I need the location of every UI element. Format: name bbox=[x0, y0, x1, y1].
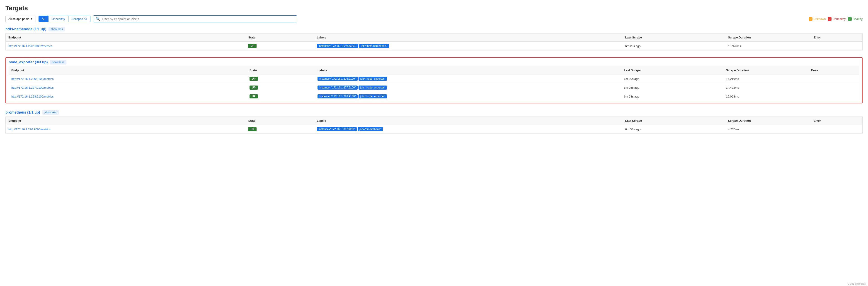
col-header-error: Error bbox=[808, 66, 859, 74]
status-filters: ✓ Unknown ✓ Unhealthy ✓ Healthy bbox=[809, 17, 863, 21]
scrape-duration: 4.720ms bbox=[725, 125, 811, 134]
show-less-button-hdfs-namenode[interactable]: show less bbox=[49, 27, 65, 31]
filter-buttons: All Unhealthy Collapse All bbox=[38, 15, 90, 22]
state-badge: UP bbox=[250, 94, 258, 99]
col-header-labels: Labels bbox=[314, 34, 623, 42]
state-badge: UP bbox=[248, 44, 256, 48]
scrape-duration: 17.219ms bbox=[723, 74, 808, 83]
col-header-endpoint: Endpoint bbox=[6, 117, 245, 125]
label-chip: instance="172.16.1.228:9100" bbox=[317, 94, 358, 99]
state-badge: UP bbox=[248, 127, 256, 131]
scrape-pools-dropdown[interactable]: All scrape pools ▼ bbox=[5, 15, 36, 22]
scrape-duration: 14.492ms bbox=[723, 83, 808, 92]
unhealthy-checkbox[interactable]: ✓ bbox=[828, 17, 832, 21]
col-header-last-scrape: Last Scrape bbox=[623, 117, 725, 125]
show-less-button-node-exporter[interactable]: show less bbox=[50, 60, 66, 65]
unknown-label: Unknown bbox=[813, 17, 826, 21]
error-cell bbox=[811, 42, 862, 50]
scrape-duration: 16.926ms bbox=[725, 42, 811, 50]
col-header-endpoint: Endpoint bbox=[9, 66, 247, 74]
last-scrape: 6m 20s ago bbox=[621, 74, 723, 83]
col-header-state: State bbox=[247, 66, 315, 74]
filter-unknown-chip[interactable]: ✓ Unknown bbox=[809, 17, 826, 21]
section-header-hdfs-namenode: hdfs-namenode (1/1 up)show less bbox=[5, 27, 863, 31]
error-cell bbox=[811, 125, 862, 134]
error-cell bbox=[808, 83, 859, 92]
unhealthy-label: Unhealthy bbox=[832, 17, 846, 21]
filter-all-button[interactable]: All bbox=[39, 16, 49, 22]
last-scrape: 6m 23s ago bbox=[621, 92, 723, 101]
endpoint-link[interactable]: http://172.16.1.226:30002/metrics bbox=[8, 44, 52, 48]
table-prometheus: EndpointStateLabelsLast ScrapeScrape Dur… bbox=[6, 117, 862, 134]
col-header-labels: Labels bbox=[314, 117, 623, 125]
table-row: http://172.16.1.226:30002/metricsUPinsta… bbox=[6, 42, 862, 50]
last-scrape: 6m 33s ago bbox=[623, 125, 725, 134]
label-chip: job="node_exporter" bbox=[359, 94, 387, 99]
endpoint-link[interactable]: http://172.16.1.226:9090/metrics bbox=[8, 128, 51, 131]
section-hdfs-namenode: hdfs-namenode (1/1 up)show lessEndpointS… bbox=[5, 27, 863, 50]
endpoint-link[interactable]: http://172.16.1.226:9100/metrics bbox=[11, 77, 54, 80]
state-badge: UP bbox=[250, 85, 258, 90]
error-cell bbox=[808, 92, 859, 101]
healthy-checkbox[interactable]: ✓ bbox=[848, 17, 852, 21]
search-icon: 🔍 bbox=[96, 17, 100, 21]
label-chip: job="node_exporter" bbox=[359, 85, 387, 90]
toolbar: All scrape pools ▼ All Unhealthy Collaps… bbox=[5, 15, 863, 23]
healthy-label: Healthy bbox=[852, 17, 863, 21]
col-header-labels: Labels bbox=[315, 66, 621, 74]
endpoint-link[interactable]: http://172.16.1.227:9100/metrics bbox=[11, 86, 54, 90]
state-badge: UP bbox=[250, 77, 258, 81]
caret-icon: ▼ bbox=[31, 17, 33, 20]
col-header-scrape-duration: Scrape Duration bbox=[725, 117, 811, 125]
table-row: http://172.16.1.226:9100/metricsUPinstan… bbox=[9, 74, 859, 83]
label-chip: job="hdfs-namenode" bbox=[359, 44, 389, 48]
error-cell bbox=[808, 74, 859, 83]
col-header-error: Error bbox=[811, 117, 862, 125]
filter-healthy-chip[interactable]: ✓ Healthy bbox=[848, 17, 863, 21]
col-header-error: Error bbox=[811, 34, 862, 42]
filter-unhealthy-chip[interactable]: ✓ Unhealthy bbox=[828, 17, 846, 21]
col-header-last-scrape: Last Scrape bbox=[621, 66, 723, 74]
section-title-prometheus: prometheus (1/1 up) bbox=[5, 110, 40, 114]
section-node-exporter: node_exporter (3/3 up)show lessEndpointS… bbox=[5, 57, 863, 103]
show-less-button-prometheus[interactable]: show less bbox=[42, 110, 59, 115]
section-title-hdfs-namenode: hdfs-namenode (1/1 up) bbox=[5, 27, 46, 31]
col-header-scrape-duration: Scrape Duration bbox=[725, 34, 811, 42]
filter-unhealthy-button[interactable]: Unhealthy bbox=[49, 16, 68, 22]
table-row: http://172.16.1.228:9100/metricsUPinstan… bbox=[9, 92, 859, 101]
last-scrape: 6m 25s ago bbox=[621, 83, 723, 92]
table-node-exporter: EndpointStateLabelsLast ScrapeScrape Dur… bbox=[9, 66, 859, 101]
col-header-endpoint: Endpoint bbox=[6, 34, 245, 42]
section-header-prometheus: prometheus (1/1 up)show less bbox=[5, 110, 863, 115]
page-title: Targets bbox=[5, 4, 863, 12]
table-hdfs-namenode: EndpointStateLabelsLast ScrapeScrape Dur… bbox=[6, 34, 862, 50]
col-header-last-scrape: Last Scrape bbox=[623, 34, 725, 42]
label-chip: job="node_exporter" bbox=[359, 77, 387, 81]
col-header-scrape-duration: Scrape Duration bbox=[723, 66, 808, 74]
label-chip: instance="172.16.1.226:30002" bbox=[317, 44, 358, 48]
section-title-node-exporter: node_exporter (3/3 up) bbox=[9, 60, 48, 64]
label-chip: job="prometheus" bbox=[358, 127, 383, 131]
label-chip: instance="172.16.1.226:9100" bbox=[317, 77, 358, 81]
section-header-node-exporter: node_exporter (3/3 up)show less bbox=[9, 60, 859, 65]
col-header-state: State bbox=[245, 34, 314, 42]
label-chip: instance="172.16.1.227:9100" bbox=[317, 85, 358, 90]
table-row: http://172.16.1.226:9090/metricsUPinstan… bbox=[6, 125, 862, 134]
endpoint-link[interactable]: http://172.16.1.228:9100/metrics bbox=[11, 95, 54, 98]
search-input[interactable] bbox=[102, 17, 294, 21]
label-chip: instance="172.16.1.226:9090" bbox=[317, 127, 357, 131]
filter-collapse-button[interactable]: Collapse All bbox=[68, 16, 90, 22]
col-header-state: State bbox=[245, 117, 314, 125]
unknown-checkbox[interactable]: ✓ bbox=[809, 17, 812, 21]
search-box: 🔍 bbox=[93, 15, 297, 23]
last-scrape: 6m 26s ago bbox=[623, 42, 725, 50]
table-row: http://172.16.1.227:9100/metricsUPinstan… bbox=[9, 83, 859, 92]
scrape-duration: 15.068ms bbox=[723, 92, 808, 101]
section-prometheus: prometheus (1/1 up)show lessEndpointStat… bbox=[5, 110, 863, 134]
